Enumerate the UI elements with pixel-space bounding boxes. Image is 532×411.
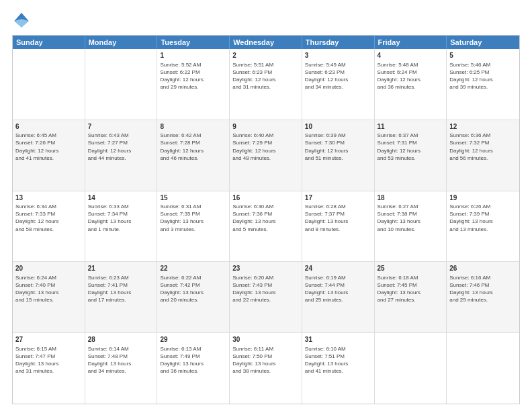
day-number: 19 xyxy=(449,193,517,203)
day-number: 17 xyxy=(305,193,371,203)
calendar-cell: 16Sunrise: 6:30 AM Sunset: 7:36 PM Dayli… xyxy=(230,191,302,262)
calendar-cell: 8Sunrise: 6:42 AM Sunset: 7:28 PM Daylig… xyxy=(157,120,230,191)
header xyxy=(12,11,520,30)
day-number: 14 xyxy=(88,193,154,203)
day-number: 25 xyxy=(378,264,444,273)
calendar-row-4: 27Sunrise: 6:15 AM Sunset: 7:47 PM Dayli… xyxy=(13,332,519,404)
day-number: 10 xyxy=(305,122,371,132)
header-day-sunday: Sunday xyxy=(13,36,85,49)
day-number: 30 xyxy=(232,335,299,345)
calendar-cell: 26Sunrise: 6:16 AM Sunset: 7:46 PM Dayli… xyxy=(447,262,519,332)
day-number: 1 xyxy=(160,51,226,60)
calendar-cell xyxy=(85,49,158,120)
header-day-wednesday: Wednesday xyxy=(230,36,302,49)
cell-info: Sunrise: 6:19 AM Sunset: 7:44 PM Dayligh… xyxy=(305,274,371,304)
calendar-cell: 6Sunrise: 6:45 AM Sunset: 7:26 PM Daylig… xyxy=(13,120,85,191)
calendar-cell: 4Sunrise: 5:48 AM Sunset: 6:24 PM Daylig… xyxy=(375,49,447,120)
cell-info: Sunrise: 5:49 AM Sunset: 6:23 PM Dayligh… xyxy=(305,61,371,91)
cell-info: Sunrise: 6:23 AM Sunset: 7:41 PM Dayligh… xyxy=(88,274,154,304)
cell-info: Sunrise: 6:11 AM Sunset: 7:50 PM Dayligh… xyxy=(232,345,299,375)
calendar-cell: 15Sunrise: 6:31 AM Sunset: 7:35 PM Dayli… xyxy=(157,191,230,262)
cell-info: Sunrise: 6:13 AM Sunset: 7:49 PM Dayligh… xyxy=(160,345,226,375)
calendar: SundayMondayTuesdayWednesdayThursdayFrid… xyxy=(12,35,520,404)
calendar-cell: 19Sunrise: 6:26 AM Sunset: 7:39 PM Dayli… xyxy=(447,191,519,262)
calendar-cell: 25Sunrise: 6:18 AM Sunset: 7:45 PM Dayli… xyxy=(375,262,447,332)
cell-info: Sunrise: 6:45 AM Sunset: 7:26 PM Dayligh… xyxy=(15,132,82,162)
cell-info: Sunrise: 6:31 AM Sunset: 7:35 PM Dayligh… xyxy=(160,203,226,233)
logo-icon xyxy=(12,11,31,30)
day-number: 21 xyxy=(88,264,154,273)
calendar-cell: 14Sunrise: 6:33 AM Sunset: 7:34 PM Dayli… xyxy=(85,191,158,262)
calendar-cell: 5Sunrise: 5:46 AM Sunset: 6:25 PM Daylig… xyxy=(447,49,519,120)
calendar-cell: 23Sunrise: 6:20 AM Sunset: 7:43 PM Dayli… xyxy=(230,262,302,332)
calendar-cell: 27Sunrise: 6:15 AM Sunset: 7:47 PM Dayli… xyxy=(13,333,85,404)
day-number: 18 xyxy=(378,193,444,203)
day-number: 3 xyxy=(305,51,371,60)
day-number: 7 xyxy=(88,122,154,132)
calendar-cell: 9Sunrise: 6:40 AM Sunset: 7:29 PM Daylig… xyxy=(230,120,302,191)
calendar-cell: 3Sunrise: 5:49 AM Sunset: 6:23 PM Daylig… xyxy=(302,49,375,120)
calendar-cell xyxy=(447,333,519,404)
calendar-cell: 7Sunrise: 6:43 AM Sunset: 7:27 PM Daylig… xyxy=(85,120,158,191)
cell-info: Sunrise: 6:20 AM Sunset: 7:43 PM Dayligh… xyxy=(232,274,299,304)
day-number: 16 xyxy=(232,193,299,203)
calendar-cell: 28Sunrise: 6:14 AM Sunset: 7:48 PM Dayli… xyxy=(85,333,158,404)
calendar-cell: 1Sunrise: 5:52 AM Sunset: 6:22 PM Daylig… xyxy=(157,49,230,120)
calendar-cell: 20Sunrise: 6:24 AM Sunset: 7:40 PM Dayli… xyxy=(13,262,85,332)
day-number: 29 xyxy=(160,335,226,345)
cell-info: Sunrise: 6:34 AM Sunset: 7:33 PM Dayligh… xyxy=(15,203,82,233)
day-number: 23 xyxy=(232,264,299,273)
cell-info: Sunrise: 6:39 AM Sunset: 7:30 PM Dayligh… xyxy=(305,132,371,162)
calendar-cell: 31Sunrise: 6:10 AM Sunset: 7:51 PM Dayli… xyxy=(302,333,375,404)
day-number: 20 xyxy=(15,264,82,273)
calendar-cell: 21Sunrise: 6:23 AM Sunset: 7:41 PM Dayli… xyxy=(85,262,158,332)
calendar-cell: 29Sunrise: 6:13 AM Sunset: 7:49 PM Dayli… xyxy=(157,333,230,404)
cell-info: Sunrise: 5:51 AM Sunset: 6:23 PM Dayligh… xyxy=(232,61,299,91)
day-number: 11 xyxy=(378,122,444,132)
day-number: 28 xyxy=(88,335,154,345)
calendar-cell: 2Sunrise: 5:51 AM Sunset: 6:23 PM Daylig… xyxy=(230,49,302,120)
cell-info: Sunrise: 6:33 AM Sunset: 7:34 PM Dayligh… xyxy=(88,203,154,233)
cell-info: Sunrise: 6:37 AM Sunset: 7:31 PM Dayligh… xyxy=(378,132,444,162)
cell-info: Sunrise: 6:16 AM Sunset: 7:46 PM Dayligh… xyxy=(449,274,517,304)
calendar-cell: 22Sunrise: 6:22 AM Sunset: 7:42 PM Dayli… xyxy=(157,262,230,332)
calendar-cell: 12Sunrise: 6:36 AM Sunset: 7:32 PM Dayli… xyxy=(447,120,519,191)
cell-info: Sunrise: 5:52 AM Sunset: 6:22 PM Dayligh… xyxy=(160,61,226,91)
logo xyxy=(12,11,34,30)
day-number: 31 xyxy=(305,335,371,345)
cell-info: Sunrise: 6:43 AM Sunset: 7:27 PM Dayligh… xyxy=(88,132,154,162)
day-number: 13 xyxy=(15,193,82,203)
day-number: 27 xyxy=(15,335,82,345)
calendar-cell: 18Sunrise: 6:27 AM Sunset: 7:38 PM Dayli… xyxy=(375,191,447,262)
cell-info: Sunrise: 6:36 AM Sunset: 7:32 PM Dayligh… xyxy=(449,132,517,162)
day-number: 15 xyxy=(160,193,226,203)
cell-info: Sunrise: 6:28 AM Sunset: 7:37 PM Dayligh… xyxy=(305,203,371,233)
cell-info: Sunrise: 6:24 AM Sunset: 7:40 PM Dayligh… xyxy=(15,274,82,304)
calendar-row-3: 20Sunrise: 6:24 AM Sunset: 7:40 PM Dayli… xyxy=(13,261,519,332)
calendar-cell xyxy=(13,49,85,120)
header-day-friday: Friday xyxy=(375,36,447,49)
day-number: 5 xyxy=(449,51,517,60)
header-day-saturday: Saturday xyxy=(447,36,519,49)
day-number: 22 xyxy=(160,264,226,273)
day-number: 8 xyxy=(160,122,226,132)
cell-info: Sunrise: 6:18 AM Sunset: 7:45 PM Dayligh… xyxy=(378,274,444,304)
calendar-row-0: 1Sunrise: 5:52 AM Sunset: 6:22 PM Daylig… xyxy=(13,49,519,120)
header-day-thursday: Thursday xyxy=(302,36,375,49)
day-number: 2 xyxy=(232,51,299,60)
day-number: 26 xyxy=(449,264,517,273)
calendar-cell: 10Sunrise: 6:39 AM Sunset: 7:30 PM Dayli… xyxy=(302,120,375,191)
calendar-header: SundayMondayTuesdayWednesdayThursdayFrid… xyxy=(13,36,519,49)
calendar-cell xyxy=(375,333,447,404)
calendar-cell: 30Sunrise: 6:11 AM Sunset: 7:50 PM Dayli… xyxy=(230,333,302,404)
day-number: 4 xyxy=(378,51,444,60)
cell-info: Sunrise: 6:22 AM Sunset: 7:42 PM Dayligh… xyxy=(160,274,226,304)
header-day-monday: Monday xyxy=(85,36,158,49)
cell-info: Sunrise: 6:26 AM Sunset: 7:39 PM Dayligh… xyxy=(449,203,517,233)
cell-info: Sunrise: 6:14 AM Sunset: 7:48 PM Dayligh… xyxy=(88,345,154,375)
cell-info: Sunrise: 6:40 AM Sunset: 7:29 PM Dayligh… xyxy=(232,132,299,162)
calendar-row-1: 6Sunrise: 6:45 AM Sunset: 7:26 PM Daylig… xyxy=(13,120,519,191)
cell-info: Sunrise: 5:48 AM Sunset: 6:24 PM Dayligh… xyxy=(378,61,444,91)
day-number: 6 xyxy=(15,122,82,132)
cell-info: Sunrise: 6:27 AM Sunset: 7:38 PM Dayligh… xyxy=(378,203,444,233)
